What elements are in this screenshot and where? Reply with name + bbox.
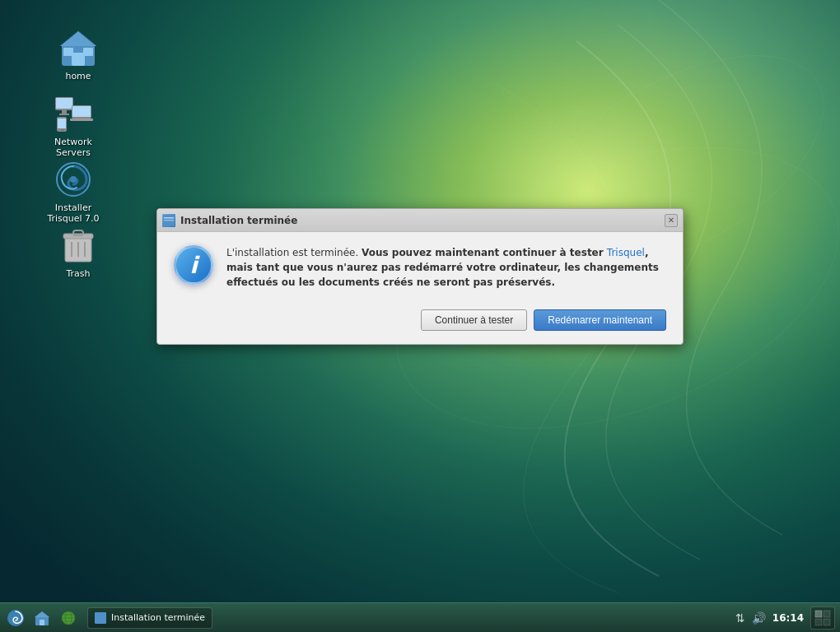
dialog-title-icon: [162, 214, 175, 227]
desktop-icon-trash[interactable]: Trash: [41, 222, 115, 282]
dialog-body: i L'installation est terminée. Vous pouv…: [157, 232, 683, 303]
svg-rect-29: [40, 620, 44, 625]
desktop-icon-home[interactable]: home: [41, 25, 115, 85]
trash-icon-label: Trash: [66, 268, 90, 279]
desktop: home Network Servers: [0, 0, 840, 632]
installer-icon-label: Installer Trisquel 7.0: [40, 202, 107, 224]
installer-trisquel-icon: [54, 160, 93, 199]
dialog-overlay: Installation terminée ✕ i L'installation…: [0, 0, 840, 602]
continue-testing-button[interactable]: Continuer à tester: [421, 309, 527, 331]
svg-rect-25: [164, 217, 174, 219]
taskbar-tasks: Installation terminée: [84, 607, 730, 629]
svg-rect-3: [72, 53, 85, 66]
taskbar-volume-icon[interactable]: 🔊: [752, 611, 766, 625]
restart-now-button[interactable]: Redémarrer maintenant: [534, 309, 666, 331]
taskbar-menu-button[interactable]: [3, 606, 28, 630]
svg-rect-8: [62, 110, 67, 114]
taskbar-task-label: Installation terminée: [111, 612, 205, 623]
msg-part1: L'installation est terminée.: [226, 247, 362, 258]
taskbar-browser-button[interactable]: [56, 606, 81, 630]
desktop-icon-installer[interactable]: Installer Trisquel 7.0: [36, 156, 110, 227]
svg-point-17: [70, 176, 77, 183]
dialog-title: Installation terminée: [180, 215, 660, 226]
svg-rect-7: [56, 98, 72, 109]
dialog-close-button[interactable]: ✕: [665, 214, 678, 227]
taskbar: Installation terminée ⇅ 🔊 16:14: [0, 602, 840, 632]
svg-rect-35: [95, 612, 106, 624]
dialog-titlebar: Installation terminée ✕: [157, 209, 683, 232]
home-folder-icon: [58, 28, 98, 67]
taskbar-home-button[interactable]: [30, 606, 54, 630]
dialog-message: L'installation est terminée. Vous pouvez…: [226, 245, 666, 290]
svg-rect-26: [164, 220, 174, 221]
trash-icon: [58, 225, 98, 265]
svg-rect-9: [59, 114, 69, 115]
dialog-info-icon: i: [174, 245, 213, 285]
svg-rect-38: [815, 619, 822, 625]
taskbar-left: [0, 606, 84, 630]
svg-rect-4: [63, 48, 73, 56]
svg-rect-14: [58, 118, 66, 128]
svg-point-27: [7, 610, 24, 626]
svg-rect-15: [61, 129, 64, 131]
taskbar-desktop-switcher[interactable]: [810, 606, 835, 630]
taskbar-sort-icon[interactable]: ⇅: [735, 611, 745, 625]
svg-rect-37: [824, 611, 830, 617]
svg-rect-20: [73, 230, 83, 235]
taskbar-task-installation[interactable]: Installation terminée: [87, 607, 212, 629]
installation-complete-dialog: Installation terminée ✕ i L'installation…: [156, 208, 684, 345]
svg-rect-12: [70, 118, 93, 121]
msg-link: Trisquel: [607, 247, 645, 258]
home-icon-label: home: [65, 71, 91, 81]
network-servers-icon: [54, 94, 93, 133]
svg-rect-39: [824, 619, 830, 625]
taskbar-time: 16:14: [772, 612, 804, 624]
desktop-icon-network[interactable]: Network Servers: [36, 91, 110, 161]
msg-part2: Vous pouvez maintenant continuer à teste…: [362, 247, 607, 258]
svg-rect-11: [72, 106, 91, 117]
svg-rect-5: [83, 48, 93, 56]
network-icon-label: Network Servers: [40, 137, 107, 158]
svg-rect-36: [815, 611, 822, 617]
dialog-buttons: Continuer à tester Redémarrer maintenant: [157, 303, 683, 344]
taskbar-right: ⇅ 🔊 16:14: [730, 606, 840, 630]
